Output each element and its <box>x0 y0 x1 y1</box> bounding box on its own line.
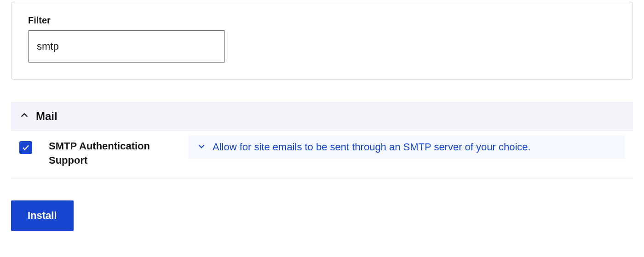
filter-panel: Filter <box>11 2 633 80</box>
filter-input[interactable] <box>28 30 225 63</box>
chevron-up-icon <box>19 110 29 122</box>
install-button[interactable]: Install <box>11 200 74 231</box>
chevron-down-icon <box>197 142 206 153</box>
section-header-mail[interactable]: Mail <box>11 102 633 131</box>
module-checkbox[interactable] <box>19 141 32 154</box>
filter-label: Filter <box>28 15 616 26</box>
module-row: SMTP Authentication Support Allow for si… <box>11 131 633 178</box>
module-description: Allow for site emails to be sent through… <box>213 140 531 154</box>
section-title: Mail <box>36 110 58 123</box>
module-description-toggle[interactable]: Allow for site emails to be sent through… <box>189 136 625 159</box>
module-name: SMTP Authentication Support <box>32 139 189 168</box>
